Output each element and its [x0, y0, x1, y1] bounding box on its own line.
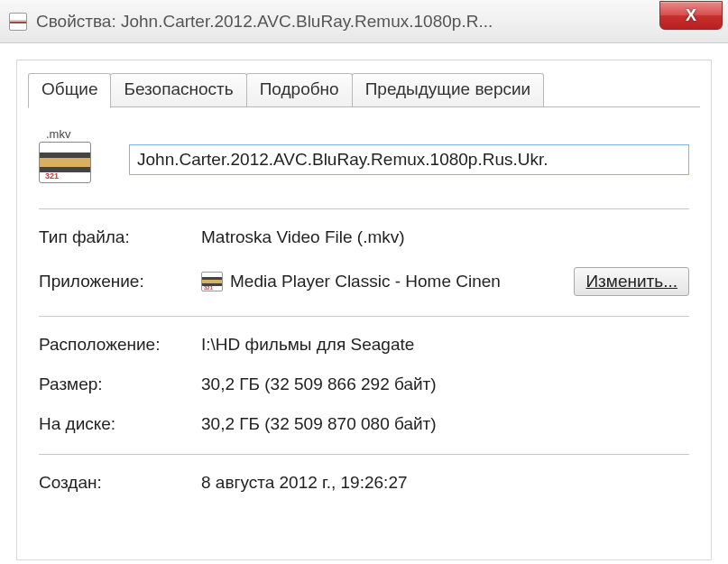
- application-name: Media Player Classic - Home Cinen: [230, 272, 501, 291]
- mpc-icon: [39, 142, 91, 183]
- file-type-icon: .mkv: [39, 133, 102, 187]
- value-created: 8 августа 2012 г., 19:26:27: [201, 473, 689, 493]
- value-filetype: Matroska Video File (.mkv): [201, 227, 689, 247]
- row-location: Расположение: I:\HD фильмы для Seagate: [39, 335, 689, 355]
- tab-strip: Общие Безопасность Подробно Предыдущие в…: [17, 60, 711, 107]
- row-filetype: Тип файла: Matroska Video File (.mkv): [39, 227, 689, 247]
- row-size: Размер: 30,2 ГБ (32 509 866 292 байт): [39, 374, 689, 394]
- window-icon: [9, 13, 27, 31]
- filename-input[interactable]: [129, 144, 689, 175]
- separator: [39, 316, 689, 317]
- value-application: Media Player Classic - Home Cinen: [201, 272, 565, 291]
- label-size-on-disk: На диске:: [39, 414, 201, 434]
- label-location: Расположение:: [39, 335, 201, 355]
- value-size-on-disk: 30,2 ГБ (32 509 870 080 байт): [201, 414, 689, 434]
- tab-security[interactable]: Безопасность: [110, 73, 246, 107]
- tab-previous-versions[interactable]: Предыдущие версии: [352, 73, 545, 107]
- label-application: Приложение:: [39, 272, 201, 291]
- label-filetype: Тип файла:: [39, 227, 201, 247]
- tab-details[interactable]: Подробно: [246, 73, 353, 107]
- row-created: Создан: 8 августа 2012 г., 19:26:27: [39, 473, 689, 493]
- separator: [39, 208, 689, 209]
- row-application: Приложение: Media Player Classic - Home …: [39, 267, 689, 296]
- tab-general[interactable]: Общие: [28, 73, 111, 108]
- close-button[interactable]: X: [659, 1, 723, 30]
- dialog-body: Общие Безопасность Подробно Предыдущие в…: [16, 60, 712, 560]
- close-icon: X: [686, 6, 696, 25]
- client-area: Общие Безопасность Подробно Предыдущие в…: [0, 43, 728, 560]
- label-created: Создан:: [39, 473, 201, 493]
- file-ext-badge: .mkv: [46, 127, 70, 141]
- tab-underline: [28, 106, 700, 107]
- mpc-small-icon: [201, 272, 223, 291]
- properties-window: Свойства: John.Carter.2012.AVC.BluRay.Re…: [0, 0, 728, 564]
- value-size: 30,2 ГБ (32 509 866 292 байт): [201, 374, 689, 394]
- tab-content-general: .mkv Тип файла: Matroska Video File (.mk…: [17, 107, 711, 493]
- window-title: Свойства: John.Carter.2012.AVC.BluRay.Re…: [36, 12, 719, 32]
- change-button[interactable]: Изменить...: [574, 267, 689, 296]
- value-location: I:\HD фильмы для Seagate: [201, 335, 689, 355]
- titlebar[interactable]: Свойства: John.Carter.2012.AVC.BluRay.Re…: [0, 0, 728, 43]
- row-size-on-disk: На диске: 30,2 ГБ (32 509 870 080 байт): [39, 414, 689, 434]
- label-size: Размер:: [39, 374, 201, 394]
- file-header-row: .mkv: [39, 133, 689, 187]
- separator: [39, 454, 689, 455]
